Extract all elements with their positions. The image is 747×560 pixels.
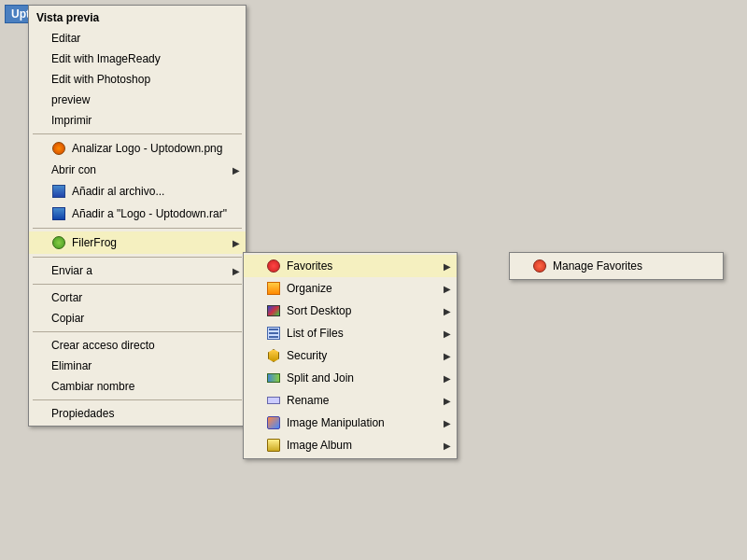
image-manip-arrow: ▶ <box>444 418 451 428</box>
menu-item-edit-imageready[interactable]: Edit with ImageReady <box>29 49 246 69</box>
menu-item-cambiar-nombre[interactable]: Cambiar nombre <box>29 376 246 397</box>
menu-item-eliminar-label: Eliminar <box>51 359 227 372</box>
menu-item-preview-label: preview <box>51 93 227 106</box>
split-join-arrow: ▶ <box>444 373 451 384</box>
image-album-arrow: ▶ <box>444 441 451 451</box>
sort-desktop-icon <box>266 303 281 318</box>
submenu-item-favorites[interactable]: Favorites ▶ <box>244 255 457 277</box>
menu-item-edit-imageready-label: Edit with ImageReady <box>51 52 227 65</box>
separator-6 <box>33 399 242 400</box>
menu-item-abrir-con-label: Abrir con <box>51 163 227 176</box>
submenu-item-split-join-label: Split and Join <box>287 371 438 385</box>
filerfrog-submenu: Favorites ▶ Organize ▶ Sort Desktop ▶ Li… <box>243 252 458 459</box>
submenu-item-list-files-label: List of Files <box>287 327 438 340</box>
separator-3 <box>33 257 242 258</box>
submenu-item-organize-label: Organize <box>287 282 438 295</box>
menu-item-edit-photoshop[interactable]: Edit with Photoshop <box>29 69 246 90</box>
menu-item-anadir-archivo[interactable]: Añadir al archivo... <box>29 180 246 203</box>
menu-item-eliminar[interactable]: Eliminar <box>29 356 246 376</box>
submenu-item-image-album[interactable]: Image Album ▶ <box>244 434 457 456</box>
menu-item-anadir-rar[interactable]: Añadir a "Logo - Uptodown.rar" <box>29 203 246 225</box>
rename-arrow: ▶ <box>444 396 451 406</box>
separator-5 <box>33 331 242 332</box>
submenu-item-rename-label: Rename <box>287 394 438 407</box>
menu-item-anadir-rar-label: Añadir a "Logo - Uptodown.rar" <box>72 207 227 220</box>
enviar-a-arrow: ▶ <box>233 266 240 276</box>
menu-item-cambiar-nombre-label: Cambiar nombre <box>51 380 227 393</box>
menu-item-editar[interactable]: Editar <box>29 28 246 49</box>
menu-item-imprimir-label: Imprimir <box>51 114 227 127</box>
menu-item-edit-photoshop-label: Edit with Photoshop <box>51 73 227 86</box>
submenu-item-organize[interactable]: Organize ▶ <box>244 277 457 300</box>
submenu-item-security[interactable]: Security ▶ <box>244 344 457 367</box>
main-context-menu: Vista previa Editar Edit with ImageReady… <box>28 5 247 427</box>
submenu-item-favorites-label: Favorites <box>287 259 438 273</box>
submenu-item-image-manip-label: Image Manipulation <box>287 416 438 429</box>
menu-item-enviar-a-label: Enviar a <box>51 264 227 277</box>
security-icon <box>266 348 281 363</box>
list-files-arrow: ▶ <box>444 329 451 339</box>
menu-item-copiar-label: Copiar <box>51 312 227 325</box>
submenu-item-manage-favorites[interactable]: Manage Favorites <box>510 255 723 277</box>
menu-item-editar-label: Editar <box>51 32 227 45</box>
menu-item-cortar[interactable]: Cortar <box>29 287 246 308</box>
sort-desktop-arrow: ▶ <box>444 306 451 316</box>
menu-item-filerfrog[interactable]: FilerFrog ▶ <box>29 231 246 254</box>
rar-icon <box>51 206 66 221</box>
menu-item-copiar[interactable]: Copiar <box>29 308 246 329</box>
security-arrow: ▶ <box>444 351 451 361</box>
menu-item-preview[interactable]: preview <box>29 90 246 110</box>
menu-item-cortar-label: Cortar <box>51 291 227 304</box>
list-files-icon <box>266 326 281 341</box>
analyze-icon <box>51 141 66 156</box>
menu-item-enviar-a[interactable]: Enviar a ▶ <box>29 260 246 281</box>
menu-item-imprimir[interactable]: Imprimir <box>29 110 246 131</box>
menu-item-analizar-label: Analizar Logo - Uptodown.png <box>72 142 227 155</box>
menu-item-abrir-con[interactable]: Abrir con ▶ <box>29 160 246 180</box>
submenu-item-sort-desktop-label: Sort Desktop <box>287 304 438 317</box>
organize-arrow: ▶ <box>444 284 451 294</box>
submenu-item-manage-favorites-label: Manage Favorites <box>553 259 704 273</box>
submenu-item-image-album-label: Image Album <box>287 439 438 452</box>
menu-item-filerfrog-label: FilerFrog <box>72 236 227 249</box>
organize-icon <box>266 281 281 296</box>
manage-fav-icon <box>532 259 547 273</box>
submenu-item-sort-desktop[interactable]: Sort Desktop ▶ <box>244 300 457 322</box>
submenu-item-rename[interactable]: Rename ▶ <box>244 389 457 412</box>
submenu-item-split-join[interactable]: Split and Join ▶ <box>244 367 457 389</box>
submenu-item-list-files[interactable]: List of Files ▶ <box>244 322 457 344</box>
add-archive-icon <box>51 184 66 199</box>
menu-item-analizar[interactable]: Analizar Logo - Uptodown.png <box>29 137 246 160</box>
separator-1 <box>33 133 242 134</box>
favorites-icon <box>266 259 281 273</box>
split-join-icon <box>266 371 281 385</box>
image-manip-icon <box>266 415 281 430</box>
menu-item-propiedades[interactable]: Propiedades <box>29 403 246 424</box>
menu-header: Vista previa <box>29 7 246 28</box>
menu-item-anadir-archivo-label: Añadir al archivo... <box>72 185 227 198</box>
abrir-con-arrow: ▶ <box>233 165 240 175</box>
favorites-submenu: Manage Favorites <box>509 252 724 280</box>
submenu-item-security-label: Security <box>287 349 438 362</box>
filer-frog-icon <box>51 235 66 250</box>
rename-icon <box>266 393 281 408</box>
submenu-item-image-manip[interactable]: Image Manipulation ▶ <box>244 412 457 434</box>
menu-item-crear-acceso[interactable]: Crear acceso directo <box>29 335 246 356</box>
menu-item-crear-acceso-label: Crear acceso directo <box>51 339 227 352</box>
separator-4 <box>33 284 242 285</box>
image-album-icon <box>266 438 281 453</box>
favorites-arrow: ▶ <box>444 261 451 272</box>
menu-header-text: Vista previa <box>36 11 99 24</box>
filerfrog-arrow: ▶ <box>233 238 240 248</box>
separator-2 <box>33 228 242 229</box>
menu-item-propiedades-label: Propiedades <box>51 407 227 420</box>
